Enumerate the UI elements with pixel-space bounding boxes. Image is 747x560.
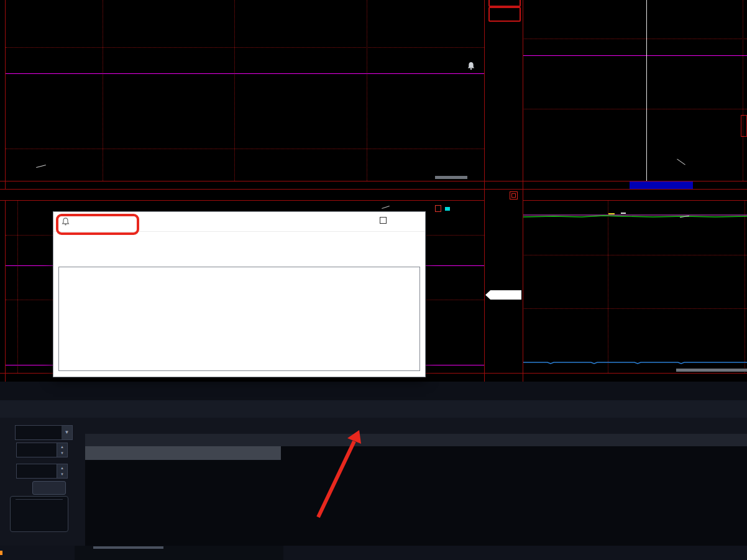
mode-select[interactable]: ▼ [15,425,73,440]
clipped-orange-fragment [0,551,2,555]
poly-marker-cyan [445,207,450,211]
silver-candles [523,0,747,181]
position-row[interactable] [85,446,281,460]
minimize-button[interactable] [344,212,365,231]
top-axis-column [485,0,523,190]
fuel-lines [523,200,747,373]
mini-scrollbar[interactable] [93,546,163,549]
trading-app-window: ▼ ▲▼ ▲▼ [0,0,747,560]
code-field[interactable] [75,546,283,560]
price-mode-input[interactable] [16,464,60,479]
draw-line-alert-dialog [53,211,426,377]
window-restore-icon[interactable] [510,191,518,200]
price-stepper[interactable]: ▲▼ [57,464,68,479]
alert-bell-icon [466,61,476,71]
silver-vscrollbar[interactable] [741,115,747,137]
account-status-bar [0,400,747,418]
close-button[interactable] [400,212,421,231]
order-entry-panel: ▼ ▲▼ ▲▼ [0,418,85,546]
mid-axis-column [485,200,523,373]
query-button[interactable] [32,481,66,495]
positions-table[interactable] [85,434,281,546]
quantity-input[interactable] [16,443,60,457]
annotation-arrow [286,423,385,528]
fuel-hscrollbar[interactable] [676,369,747,372]
page-tab-bar [0,382,747,400]
title-annotation-box [56,214,139,235]
silver-alert-line[interactable] [523,55,747,56]
silver-chart-panel[interactable] [523,0,747,181]
time-axis-top [0,181,747,190]
bottom-bar [0,546,747,560]
last-price-callout [485,290,521,300]
chevron-down-icon[interactable]: ▼ [62,426,72,439]
gold-candles [0,0,485,181]
alert-orders-table[interactable] [58,267,420,371]
poly-marker-red [435,205,441,212]
gold-hscrollbar[interactable] [435,176,467,179]
prev-page-button[interactable] [488,0,521,7]
positions-header [85,434,281,446]
next-page-button[interactable] [488,7,521,22]
maximize-button[interactable] [372,212,393,231]
gold-alert-line[interactable] [6,73,485,74]
crosshair-vline [646,0,647,181]
quantity-stepper[interactable]: ▲▼ [57,443,68,457]
gold-chart-panel[interactable] [0,0,485,181]
fuel-chart-panel[interactable] [523,200,747,373]
quote-sell-box[interactable] [10,496,68,532]
crosshair-time-chip [630,181,693,189]
